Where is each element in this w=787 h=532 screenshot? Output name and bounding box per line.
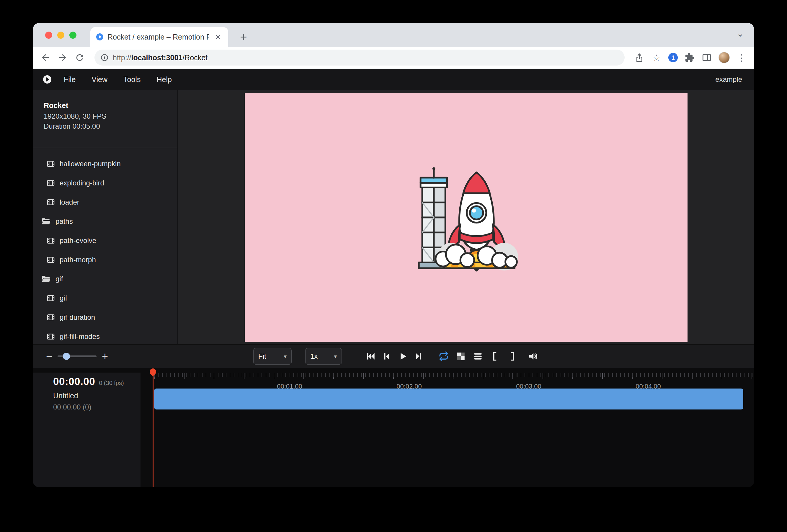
rows-icon [473, 351, 483, 361]
sidebar-item-label: gif-fill-modes [60, 333, 100, 341]
preview-area [178, 90, 754, 344]
in-point-button[interactable] [490, 351, 500, 361]
size-select-value: Fit [258, 352, 266, 360]
track-name: Untitled [53, 391, 141, 400]
sidebar-folder-paths[interactable]: paths [33, 212, 177, 231]
timeline-tracks-area[interactable]: 00:01.00 00:02.00 00:03.00 00:04.00 [141, 373, 754, 487]
remotion-logo-icon[interactable] [43, 75, 51, 84]
previous-frame-button[interactable] [382, 352, 391, 361]
transport-controls [366, 344, 423, 368]
forward-arrow-icon [58, 52, 68, 63]
track-time: 00:00.00 (0) [53, 403, 141, 411]
remotion-favicon-icon [96, 34, 103, 40]
zoom-slider-thumb[interactable] [63, 353, 70, 360]
composition-list: halloween-pumpkin exploding-bird loader … [33, 154, 177, 344]
chevron-down-icon: ▾ [284, 353, 286, 360]
profile-avatar[interactable] [719, 52, 730, 63]
sidebar-folder-gif[interactable]: gif [33, 269, 177, 289]
back-button[interactable] [40, 52, 51, 63]
film-icon [47, 236, 55, 245]
menu-item-tools[interactable]: Tools [123, 75, 141, 84]
new-tab-button[interactable]: + [237, 30, 250, 44]
forward-button[interactable] [57, 52, 68, 63]
sidebar-item-halloween-pumpkin[interactable]: halloween-pumpkin [33, 154, 177, 173]
compositions-sidebar: Rocket 1920x1080, 30 FPS Duration 00:05.… [33, 90, 178, 344]
browser-toolbar: http://localhost:3001/Rocket ☆ 1 ⋮ [33, 47, 754, 69]
view-toggles [439, 344, 538, 368]
zoom-controls: − + [46, 344, 108, 368]
onepassword-extension-button[interactable]: 1 [668, 53, 678, 62]
zoom-out-button[interactable]: − [46, 351, 52, 362]
playback-speed-select[interactable]: 1x ▾ [305, 348, 342, 365]
playhead[interactable] [153, 368, 153, 487]
transparency-toggle-button[interactable] [456, 351, 466, 361]
film-icon [47, 198, 55, 206]
open-folder-icon [41, 274, 51, 284]
minimize-window-button[interactable] [57, 31, 64, 39]
url-host: localhost:3001 [131, 54, 183, 62]
skip-to-start-button[interactable] [366, 352, 376, 361]
timeline-rows-toggle-button[interactable] [473, 351, 483, 361]
desktop-background: Rocket / example – Remotion P × + ⌄ [0, 0, 787, 532]
sidebar-item-path-morph[interactable]: path-morph [33, 250, 177, 269]
mute-toggle-button[interactable] [528, 351, 538, 361]
browser-tab[interactable]: Rocket / example – Remotion P × [90, 27, 228, 47]
film-icon [47, 294, 55, 302]
menu-item-view[interactable]: View [91, 75, 107, 84]
rocket-illustration [403, 160, 530, 275]
browser-menu-button[interactable]: ⋮ [736, 52, 747, 63]
next-frame-button[interactable] [414, 352, 423, 361]
sidebar-item-gif[interactable]: gif [33, 289, 177, 307]
close-window-button[interactable] [45, 31, 52, 39]
tab-close-icon[interactable]: × [213, 32, 222, 42]
composition-name: Rocket [44, 101, 177, 110]
film-icon [47, 333, 55, 341]
sidebar-item-loader[interactable]: loader [33, 192, 177, 212]
open-folder-icon [41, 217, 51, 226]
playback-controls-bar: − + Fit ▾ 1x ▾ [33, 344, 754, 368]
in-bracket-icon [490, 351, 500, 361]
url-path: /Rocket [183, 54, 208, 62]
out-point-button[interactable] [507, 351, 517, 361]
tab-strip: Rocket / example – Remotion P × + ⌄ [33, 23, 754, 47]
zoom-slider[interactable] [58, 353, 97, 360]
current-timecode: 00:00.00 [53, 376, 95, 387]
film-icon [47, 179, 55, 187]
reload-button[interactable] [75, 52, 85, 63]
tab-overflow-chevron-icon[interactable]: ⌄ [737, 28, 744, 39]
composition-duration: Duration 00:05.00 [44, 122, 177, 130]
sidebar-item-path-evolve[interactable]: path-evolve [33, 231, 177, 250]
volume-icon [528, 351, 538, 361]
sidebar-item-exploding-bird[interactable]: exploding-bird [33, 173, 177, 192]
fullscreen-window-button[interactable] [69, 31, 77, 39]
site-info-icon[interactable] [100, 54, 109, 62]
share-icon [634, 52, 644, 63]
video-canvas [245, 93, 687, 342]
project-name-label: example [715, 75, 744, 84]
side-panel-button[interactable] [701, 52, 712, 63]
previous-frame-icon [382, 352, 391, 361]
chevron-down-icon: ▾ [334, 353, 337, 360]
playback-speed-value: 1x [310, 352, 318, 360]
extensions-button[interactable] [684, 52, 695, 63]
sidebar-divider [33, 148, 177, 148]
tab-title: Rocket / example – Remotion P [107, 33, 209, 41]
sidebar-item-label: loader [60, 198, 79, 206]
zoom-in-button[interactable]: + [102, 351, 108, 362]
size-select[interactable]: Fit ▾ [253, 348, 292, 365]
sidebar-item-label: paths [56, 217, 73, 226]
menu-item-help[interactable]: Help [156, 75, 171, 84]
sidebar-item-label: halloween-pumpkin [60, 160, 121, 168]
share-button[interactable] [634, 52, 645, 63]
sidebar-item-gif-fill-modes[interactable]: gif-fill-modes [33, 327, 177, 344]
sidebar-item-gif-duration[interactable]: gif-duration [33, 307, 177, 327]
side-panel-icon [702, 52, 712, 63]
play-button[interactable] [398, 352, 407, 361]
menu-item-file[interactable]: File [64, 75, 76, 84]
bookmark-star-button[interactable]: ☆ [651, 52, 662, 63]
timecode-row: 00:00.00 0 (30 fps) [53, 376, 141, 387]
frame-info: 0 (30 fps) [99, 380, 124, 386]
timeline-track-bar[interactable] [154, 388, 743, 409]
address-bar[interactable]: http://localhost:3001/Rocket [94, 49, 625, 66]
loop-toggle-button[interactable] [439, 351, 449, 361]
